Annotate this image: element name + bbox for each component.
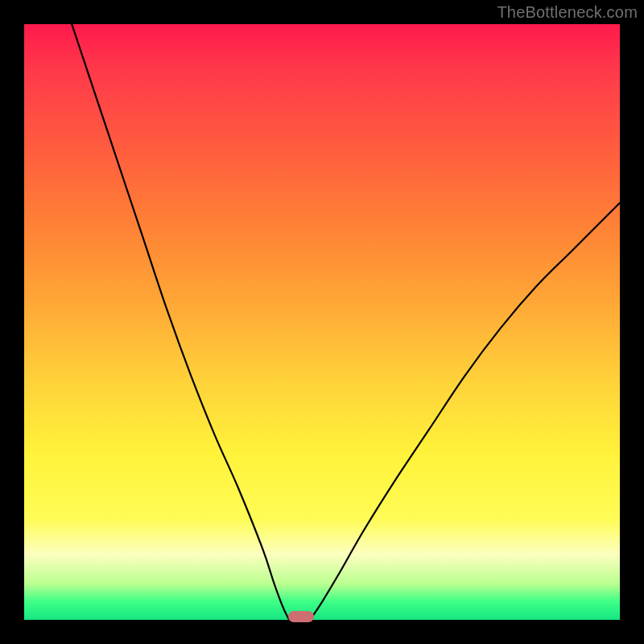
curve-right-branch (310, 203, 620, 620)
chart-frame: TheBottleneck.com (0, 0, 644, 644)
curve-left-branch (72, 24, 289, 620)
minimum-marker (288, 611, 314, 622)
watermark-text: TheBottleneck.com (497, 3, 638, 22)
curve-svg (24, 24, 620, 620)
plot-area (24, 24, 620, 620)
